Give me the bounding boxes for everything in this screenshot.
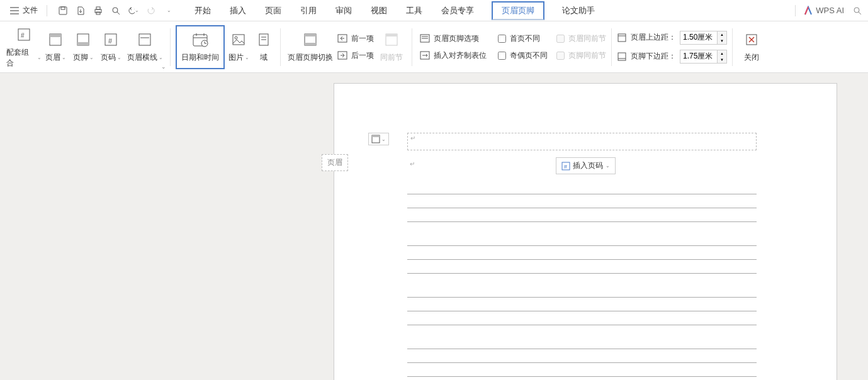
first-page-diff-checkbox[interactable]: 首页不同 <box>498 32 548 45</box>
print-icon <box>93 6 103 16</box>
tab-reference[interactable]: 引用 <box>299 1 318 20</box>
next-button[interactable]: 后一项 <box>335 49 376 62</box>
undo-button[interactable]: ⌄ <box>128 5 139 16</box>
tab-start[interactable]: 开始 <box>193 1 212 20</box>
spin-down[interactable]: ▼ <box>718 38 726 44</box>
picture-icon <box>232 33 245 46</box>
footer-bottom-label: 页脚下边距： <box>631 51 676 62</box>
separator <box>412 28 412 66</box>
tab-view[interactable]: 视图 <box>369 1 388 20</box>
footer-button[interactable]: 页脚⌄ <box>69 25 97 69</box>
svg-line-9 <box>117 12 120 14</box>
paragraph-mark: ↵ <box>410 160 415 167</box>
page-number-button[interactable]: # 页码⌄ <box>97 25 125 69</box>
header-margin-icon <box>617 33 627 43</box>
svg-rect-35 <box>305 34 316 36</box>
svg-rect-17 <box>77 42 89 45</box>
separator <box>280 28 281 66</box>
picture-button[interactable]: 图片⌄ <box>225 25 252 69</box>
chevron-down-icon: ⌄ <box>245 55 249 60</box>
header-region[interactable]: ↵ <box>407 133 757 150</box>
footer-bottom-input[interactable]: ▲▼ <box>680 50 727 64</box>
options-button[interactable]: 页眉页脚选项 <box>417 32 489 45</box>
svg-point-10 <box>854 8 859 13</box>
svg-rect-29 <box>233 35 244 45</box>
spin-up[interactable]: ▲ <box>718 50 726 57</box>
close-icon <box>745 33 758 46</box>
tab-bar: 开始 插入 页面 引用 审阅 视图 工具 会员专享 页眉页脚 论文助手 <box>193 1 596 20</box>
svg-rect-45 <box>618 34 626 42</box>
insert-page-number-button[interactable]: # 插入页码 ⌄ <box>556 157 616 174</box>
tab-review[interactable]: 审阅 <box>334 1 353 20</box>
wps-ai-button[interactable]: WPS AI <box>803 6 844 16</box>
preview-icon <box>111 6 121 16</box>
tab-insert[interactable]: 插入 <box>228 1 247 20</box>
field-button[interactable]: 域 <box>252 25 275 69</box>
odd-even-diff-checkbox[interactable]: 奇偶页不同 <box>498 49 548 62</box>
link-icon <box>385 33 398 47</box>
header-icon <box>48 33 62 47</box>
svg-rect-47 <box>618 53 626 60</box>
svg-line-11 <box>859 12 861 14</box>
same-prev-button: 同前节 <box>376 25 407 69</box>
switch-button[interactable]: 页眉页脚切换 <box>286 25 335 69</box>
redo-icon <box>147 6 155 15</box>
prev-button[interactable]: 前一项 <box>335 32 376 45</box>
paragraph-mark: ↵ <box>408 133 418 143</box>
svg-rect-36 <box>305 43 316 45</box>
tab-page[interactable]: 页面 <box>264 1 283 20</box>
tab-header-footer[interactable]: 页眉页脚 <box>492 1 544 20</box>
header-button[interactable]: 页眉⌄ <box>42 25 69 69</box>
divider <box>47 5 47 16</box>
redo-button[interactable] <box>145 5 157 16</box>
qat-more-button[interactable]: ⌄ <box>163 5 174 16</box>
spin-up[interactable]: ▲ <box>718 31 726 38</box>
field-icon <box>257 33 270 47</box>
separator <box>170 28 171 66</box>
chevron-down-icon: ⌄ <box>62 55 66 60</box>
spin-down[interactable]: ▼ <box>718 57 726 63</box>
ai-icon <box>803 6 813 16</box>
combo-set-button[interactable]: # 配套组合⌄ <box>6 25 42 69</box>
header-same-prev-checkbox: 页眉同前节 <box>556 32 606 45</box>
group-launcher[interactable]: ⌄ <box>161 64 166 70</box>
tab-member[interactable]: 会员专享 <box>440 1 475 20</box>
export-button[interactable] <box>75 5 86 16</box>
search-button[interactable] <box>852 5 863 16</box>
print-preview-button[interactable] <box>110 5 121 16</box>
calendar-icon <box>192 32 208 47</box>
tab-thesis[interactable]: 论文助手 <box>561 1 596 20</box>
svg-rect-6 <box>96 7 100 9</box>
chevron-down-icon: ⌄ <box>159 55 163 60</box>
file-menu-label: 文件 <box>23 5 38 16</box>
footer-icon <box>76 33 90 47</box>
svg-rect-20 <box>139 34 150 45</box>
header-line-button[interactable]: 页眉横线⌄ <box>125 25 165 69</box>
combo-icon: # <box>16 27 31 42</box>
close-button[interactable]: 关闭 <box>738 25 765 69</box>
footer-margin-icon <box>617 52 627 62</box>
print-button[interactable] <box>93 5 104 16</box>
align-tab-icon <box>420 51 430 60</box>
datetime-button[interactable]: 日期和时间 <box>176 25 225 69</box>
tab-tools[interactable]: 工具 <box>405 1 424 20</box>
svg-point-30 <box>235 36 237 39</box>
header-top-input[interactable]: ▲▼ <box>680 31 727 45</box>
ruled-lines <box>407 181 757 380</box>
header-small-icon <box>371 135 380 143</box>
chevron-down-icon: ⌄ <box>37 55 42 60</box>
next-icon <box>337 51 347 60</box>
document-area: ⌄ ↵ 页眉 ↵ # 插入页码 ⌄ <box>0 73 868 380</box>
svg-rect-40 <box>386 34 397 36</box>
header-options-dropdown[interactable]: ⌄ <box>368 133 389 145</box>
page-number-small-icon: # <box>561 162 570 170</box>
insert-align-button[interactable]: 插入对齐制表位 <box>417 49 489 62</box>
svg-text:#: # <box>21 32 25 39</box>
file-menu-button[interactable]: 文件 <box>5 3 43 18</box>
export-icon <box>76 6 86 16</box>
save-button[interactable] <box>57 5 69 16</box>
svg-text:#: # <box>108 37 113 45</box>
svg-point-8 <box>113 8 118 13</box>
chevron-down-icon: ⌄ <box>135 8 139 13</box>
page[interactable]: ⌄ ↵ 页眉 ↵ # 插入页码 ⌄ <box>334 83 837 380</box>
